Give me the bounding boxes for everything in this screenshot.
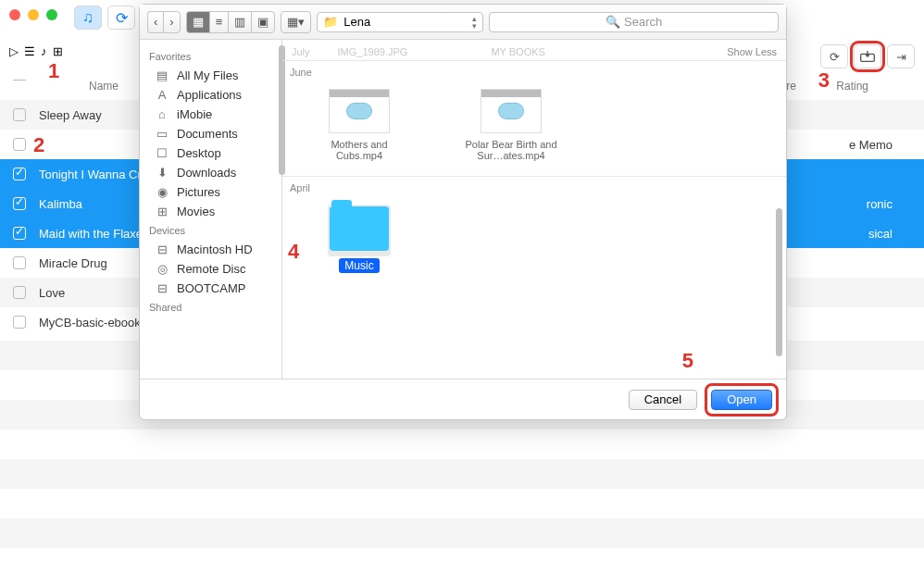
sidebar-icon: ▭ [155, 127, 169, 141]
view-list-button[interactable]: ≡ [209, 11, 229, 33]
callout-2: 2 [33, 133, 44, 157]
row-checkbox[interactable] [13, 227, 26, 240]
sidebar-icon: ▤ [155, 68, 169, 82]
sidebar-icon: ◉ [155, 185, 169, 199]
select-all-checkbox[interactable] [13, 80, 26, 81]
file-label: Music [339, 258, 379, 273]
row-checkbox[interactable] [13, 286, 26, 299]
file-label: Polar Bear Birth and Sur…ates.mp4 [460, 139, 562, 161]
video-thumb [481, 89, 542, 133]
row-checkbox[interactable] [13, 256, 26, 269]
sidebar-icon: ⊟ [155, 242, 169, 256]
window-minimize[interactable] [28, 9, 39, 20]
callout-3: 3 [818, 68, 830, 93]
open-file-dialog: ‹ › ▦ ≡ ▥ ▣ ▦▾ 📁 Lena ▴▾ 🔍 Search Favori… [139, 4, 787, 420]
sidebar-icon: ☐ [155, 146, 169, 160]
folder-icon [330, 206, 389, 251]
search-placeholder: Search [624, 15, 662, 29]
current-folder-label: Lena [343, 15, 370, 29]
folder-selector[interactable]: 📁 Lena ▴▾ [317, 12, 483, 32]
sidebar-item[interactable]: ⊞Movies [140, 202, 281, 221]
sidebar-label: Downloads [177, 166, 236, 180]
sidebar-devices-label: Devices [140, 221, 281, 240]
view-gallery-button[interactable]: ▣ [251, 11, 275, 33]
sidebar-label: Movies [177, 205, 215, 218]
music-tab-icon[interactable]: ♫ [74, 6, 102, 30]
month-april: April [282, 176, 786, 195]
list-icon[interactable]: ☰ [24, 44, 35, 58]
nav-forward-button[interactable]: › [163, 11, 180, 33]
sync-tab-icon[interactable]: ⟳ [107, 6, 135, 30]
sidebar-label: iMobie [177, 107, 212, 121]
window-close[interactable] [9, 9, 20, 20]
sidebar-icon: ◎ [155, 262, 169, 276]
open-button[interactable]: Open [711, 390, 772, 410]
ghost-file-a: IMG_1989.JPG [338, 46, 408, 57]
sidebar-label: All My Files [177, 68, 238, 82]
sidebar-label: Applications [177, 88, 242, 102]
sidebar-label: Macintosh HD [177, 242, 253, 256]
cancel-button[interactable]: Cancel [629, 390, 697, 410]
column-rating[interactable]: Rating [836, 80, 868, 93]
sidebar-item[interactable]: ☐Desktop [140, 143, 281, 163]
sidebar-item[interactable]: ⌂iMobie [140, 105, 281, 124]
file-item[interactable]: Polar Bear Birth and Sur…ates.mp4 [460, 89, 562, 161]
month-june: June [282, 60, 786, 80]
import-icon [860, 51, 875, 62]
sidebar-icon: ⌂ [155, 107, 169, 121]
sidebar-item[interactable]: ▭Documents [140, 124, 281, 143]
song-genre: sical [868, 227, 893, 241]
column-name[interactable]: Name [89, 80, 119, 96]
sidebar-item[interactable]: ⬇Downloads [140, 163, 281, 182]
chevron-updown-icon: ▴▾ [472, 15, 477, 30]
sidebar-icon: ⊟ [155, 281, 169, 295]
sidebar-icon: ⬇ [155, 166, 169, 180]
file-label: Mothers and Cubs.mp4 [308, 139, 410, 161]
folder-icon: 📁 [323, 15, 338, 29]
sidebar-icon: ⊞ [155, 205, 169, 218]
refresh-icon[interactable]: ⟳ [820, 44, 848, 68]
row-checkbox[interactable] [13, 316, 26, 329]
sidebar-label: Pictures [177, 185, 220, 199]
browse-scrollbar[interactable] [776, 208, 782, 356]
play-icon[interactable]: ▷ [9, 44, 19, 58]
sidebar-item[interactable]: ◉Pictures [140, 182, 281, 202]
sidebar-item[interactable]: ◎Remote Disc [140, 259, 281, 279]
show-less-link[interactable]: Show Less [727, 46, 777, 57]
row-checkbox[interactable] [13, 108, 26, 121]
group-by-button[interactable]: ▦▾ [281, 11, 311, 33]
sidebar-item[interactable]: ⊟BOOTCAMP [140, 279, 281, 298]
callout-5: 5 [682, 349, 693, 373]
callout-4: 4 [288, 240, 299, 264]
callout-1: 1 [48, 59, 59, 83]
sidebar-item[interactable]: ▤All My Files [140, 66, 281, 85]
row-checkbox[interactable] [13, 168, 26, 180]
month-july: July [292, 46, 310, 57]
row-checkbox[interactable] [13, 138, 26, 151]
song-genre: ronic [867, 197, 893, 211]
sidebar-label: Desktop [177, 146, 221, 160]
row-checkbox[interactable] [13, 197, 26, 210]
sidebar-label: Remote Disc [177, 262, 245, 276]
view-icons-button[interactable]: ▦ [186, 11, 209, 33]
sidebar-item[interactable]: ⊟Macintosh HD [140, 240, 281, 259]
window-maximize[interactable] [46, 9, 57, 20]
song-genre: e Memo [849, 138, 893, 152]
file-item[interactable]: Mothers and Cubs.mp4 [308, 89, 410, 161]
apps-icon[interactable]: ⊞ [53, 44, 63, 58]
import-button[interactable] [854, 44, 881, 68]
sidebar-shared-label: Shared [140, 298, 281, 317]
sidebar-item[interactable]: AApplications [140, 85, 281, 105]
export-icon[interactable]: ⇥ [887, 44, 915, 68]
file-music-folder[interactable]: Music [308, 205, 410, 273]
nav-back-button[interactable]: ‹ [147, 11, 163, 33]
sidebar-label: Documents [177, 127, 238, 141]
view-columns-button[interactable]: ▥ [228, 11, 251, 33]
search-input[interactable]: 🔍 Search [489, 12, 779, 32]
search-icon: 🔍 [606, 15, 620, 29]
sidebar-favorites-label: Favorites [140, 47, 281, 66]
songs-icon[interactable]: ♪ [41, 44, 47, 58]
ghost-file-b: MY BOOKS [491, 46, 544, 57]
sidebar-label: BOOTCAMP [177, 281, 245, 295]
video-thumb [329, 89, 390, 133]
